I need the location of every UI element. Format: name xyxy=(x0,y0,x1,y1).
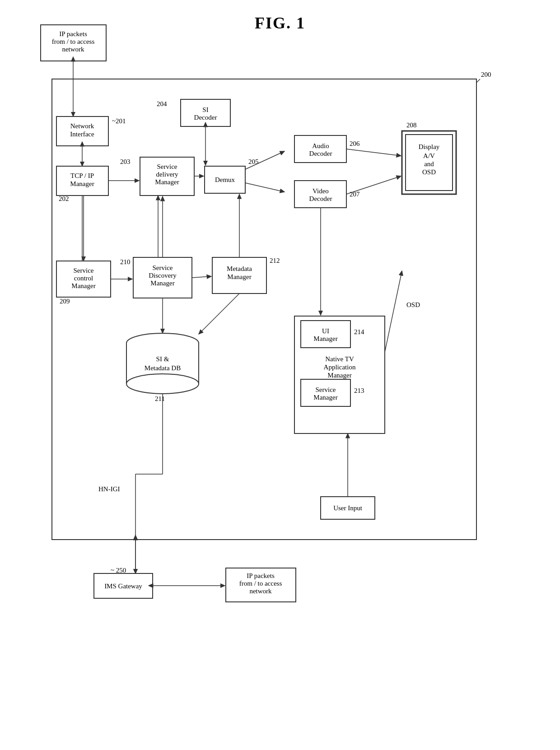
label-211: 211 xyxy=(155,395,165,402)
sdisc-line2: Discovery xyxy=(149,272,177,279)
sdisc-line1: Service xyxy=(153,264,173,271)
disp-line2: A/V xyxy=(423,152,435,159)
ims-gw-label: IMS Gateway xyxy=(104,582,142,590)
db-bottom-ellipse xyxy=(126,374,199,394)
sm-line2: Manager xyxy=(313,394,337,401)
demux-label: Demux xyxy=(215,176,235,183)
native-tv-label: Native TV xyxy=(325,355,354,363)
label-202: 202 xyxy=(59,195,69,202)
ip-bot-line2: from / to access xyxy=(239,580,282,587)
user-input-label: User Input xyxy=(333,504,363,512)
label-200: 200 xyxy=(481,71,491,78)
ip-packets-top-line3: network xyxy=(62,46,84,53)
disp-line3: and xyxy=(424,160,434,168)
hn-igi-label: HN-IGI xyxy=(98,485,120,493)
label-209: 209 xyxy=(60,298,70,305)
sdm-line1: Service xyxy=(157,163,177,170)
db-line2: Metadata DB xyxy=(145,364,181,372)
ni-line2: Interface xyxy=(70,130,94,138)
sdm-line3: Manager xyxy=(155,178,179,186)
sdisc-line3: Manager xyxy=(150,280,174,287)
label-213: 213 xyxy=(354,387,364,394)
sid-line2: Decoder xyxy=(194,114,217,121)
disp-line1: Display xyxy=(419,143,440,150)
label-212: 212 xyxy=(270,257,280,264)
ni-line1: Network xyxy=(70,122,94,130)
ip-packets-top-line2: from / to access xyxy=(52,38,95,45)
label-203: 203 xyxy=(120,158,131,165)
ip-bot-line3: network xyxy=(249,587,272,595)
tcpip-line1: TCP / IP xyxy=(70,172,94,179)
diagram-svg: 200 IP packets from / to access network … xyxy=(32,0,528,713)
scm-line3: Manager xyxy=(71,282,95,289)
ip-bot-line1: IP packets xyxy=(247,572,275,579)
label-214: 214 xyxy=(354,328,364,335)
meta-line1: Metadata xyxy=(227,265,252,272)
native-tv-label3: Manager xyxy=(327,372,351,379)
aud-line1: Audio xyxy=(312,142,329,149)
scm-line1: Service xyxy=(74,267,94,274)
svg-line-2 xyxy=(476,79,480,83)
scm-line2: control xyxy=(74,275,93,282)
uim-line1: UI xyxy=(322,327,329,335)
label-206: 206 xyxy=(350,140,360,147)
ip-packets-top-line1: IP packets xyxy=(59,30,87,37)
tcpip-line2: Manager xyxy=(70,180,94,187)
uim-line2: Manager xyxy=(313,335,337,342)
label-201: ~201 xyxy=(112,117,126,125)
db-line1: SI & xyxy=(156,355,169,363)
native-tv-label2: Application xyxy=(324,363,356,371)
label-250: ~ 250 xyxy=(111,567,126,574)
meta-line2: Manager xyxy=(227,273,251,280)
vid-line1: Video xyxy=(313,187,329,195)
label-204: 204 xyxy=(157,100,167,107)
aud-line2: Decoder xyxy=(309,150,332,157)
osd-label: OSD xyxy=(406,301,420,308)
sid-line1: SI xyxy=(202,106,208,113)
label-210: 210 xyxy=(120,258,131,266)
vid-line2: Decoder xyxy=(309,195,332,202)
sm-line1: Service xyxy=(316,386,336,393)
label-208: 208 xyxy=(406,121,417,129)
disp-line4: OSD xyxy=(422,168,436,176)
sdm-line2: delivery xyxy=(156,171,178,178)
diagram-container: FIG. 1 200 IP packets from / to access n… xyxy=(32,0,528,42)
